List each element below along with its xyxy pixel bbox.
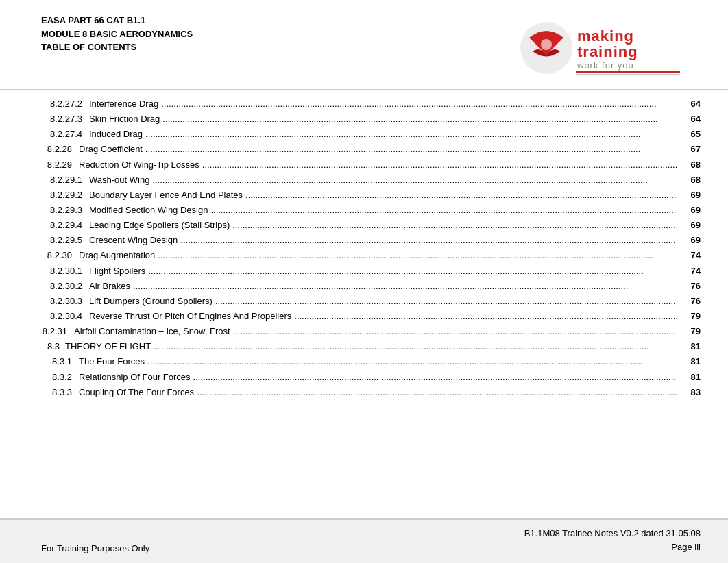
section-number: 8.2.29.2 bbox=[27, 188, 89, 202]
toc-dots: ........................................… bbox=[202, 158, 677, 172]
toc-dots: ........................................… bbox=[158, 249, 677, 262]
table-row: 8.3.2Relationship Of Four Forces........… bbox=[27, 371, 701, 384]
section-number: 8.3.3 bbox=[27, 386, 79, 399]
page-number: 74 bbox=[677, 249, 701, 262]
table-row: 8.2.29.2Boundary Layer Fence And End Pla… bbox=[27, 188, 701, 202]
toc-dots: ........................................… bbox=[233, 325, 677, 338]
section-title: Boundary Layer Fence And End Plates bbox=[89, 188, 245, 202]
section-title: Modified Section Wing Design bbox=[89, 203, 210, 217]
table-row: 8.2.29.3Modified Section Wing Design....… bbox=[27, 203, 701, 217]
section-title: Crescent Wing Design bbox=[89, 234, 180, 247]
toc-dots: ........................................… bbox=[148, 264, 677, 278]
toc-dots: ........................................… bbox=[152, 173, 677, 187]
table-row: 8.2.29Reduction Of Wing-Tip Losses......… bbox=[27, 158, 701, 172]
page-wrapper: EASA PART 66 CAT B1.1 MODULE 8 BASIC AER… bbox=[0, 0, 728, 563]
toc-dots: ........................................… bbox=[133, 279, 677, 293]
section-title: Wash-out Wing bbox=[89, 173, 152, 187]
section-title: Reverse Thrust Or Pitch Of Engines And P… bbox=[89, 310, 294, 323]
table-row: 8.3.1The Four Forces....................… bbox=[27, 355, 701, 368]
section-title: Air Brakes bbox=[89, 279, 133, 293]
section-number: 8.2.28 bbox=[27, 142, 79, 156]
section-title: Drag Augmentation bbox=[79, 249, 158, 262]
footer-page: Page iii bbox=[524, 540, 701, 554]
section-title: Coupling Of The Four Forces bbox=[79, 386, 197, 399]
table-row: 8.3THEORY OF FLIGHT.....................… bbox=[27, 340, 701, 353]
svg-text:work for you: work for you bbox=[577, 60, 634, 71]
section-title: Relationship Of Four Forces bbox=[79, 371, 193, 384]
section-number: 8.2.30.1 bbox=[27, 264, 89, 278]
page-number: 65 bbox=[677, 127, 701, 141]
section-number: 8.3.2 bbox=[27, 371, 79, 384]
table-row: 8.2.29.1Wash-out Wing...................… bbox=[27, 173, 701, 187]
toc-dots: ........................................… bbox=[147, 355, 677, 368]
table-row: 8.2.31Airfoil Contamination – Ice, Snow,… bbox=[27, 325, 701, 338]
toc-dots: ........................................… bbox=[193, 371, 677, 384]
section-title: Lift Dumpers (Ground Spoilers) bbox=[89, 295, 215, 308]
table-row: 8.2.27.2Interference Drag...............… bbox=[27, 97, 701, 111]
table-row: 8.2.30.1Flight Spoilers.................… bbox=[27, 264, 701, 278]
page-number: 69 bbox=[677, 203, 701, 217]
toc-dots: ........................................… bbox=[210, 203, 677, 217]
page-header: EASA PART 66 CAT B1.1 MODULE 8 BASIC AER… bbox=[0, 0, 728, 89]
section-number: 8.2.30.4 bbox=[27, 310, 89, 323]
section-number: 8.2.30.2 bbox=[27, 279, 89, 293]
page-number: 69 bbox=[677, 188, 701, 202]
section-number: 8.2.29.5 bbox=[27, 234, 89, 247]
section-title: The Four Forces bbox=[79, 355, 147, 368]
header-line3: TABLE OF CONTENTS bbox=[41, 40, 193, 54]
section-number: 8.3 bbox=[27, 340, 65, 353]
logo-area: making training work for you bbox=[509, 14, 701, 82]
toc-dots: ........................................… bbox=[145, 127, 677, 141]
header-line2: MODULE 8 BASIC AERODYNAMICS bbox=[41, 27, 193, 41]
table-row: 8.2.30.2Air Brakes......................… bbox=[27, 279, 701, 293]
page-footer: For Training Purposes Only B1.1M08 Train… bbox=[0, 519, 728, 563]
page-number: 81 bbox=[677, 355, 701, 368]
page-number: 79 bbox=[677, 310, 701, 323]
page-number: 68 bbox=[677, 173, 701, 187]
toc-dots: ........................................… bbox=[215, 295, 677, 308]
section-title: Flight Spoilers bbox=[89, 264, 148, 278]
page-number: 74 bbox=[677, 264, 701, 278]
table-row: 8.2.30Drag Augmentation.................… bbox=[27, 249, 701, 262]
section-number: 8.2.27.2 bbox=[27, 97, 89, 111]
table-row: 8.2.28Drag Coefficient..................… bbox=[27, 142, 701, 156]
page-number: 76 bbox=[677, 279, 701, 293]
toc-dots: ........................................… bbox=[162, 112, 677, 126]
page-number: 81 bbox=[677, 371, 701, 384]
page-number: 83 bbox=[677, 386, 701, 399]
page-number: 67 bbox=[677, 142, 701, 156]
section-title: Induced Drag bbox=[89, 127, 145, 141]
page-number: 69 bbox=[677, 234, 701, 247]
table-row: 8.2.27.3Skin Friction Drag..............… bbox=[27, 112, 701, 126]
toc-dots: ........................................… bbox=[161, 97, 677, 111]
header-line1: EASA PART 66 CAT B1.1 bbox=[41, 14, 193, 27]
toc-dots: ........................................… bbox=[294, 310, 677, 323]
page-number: 81 bbox=[677, 340, 701, 353]
section-number: 8.2.29 bbox=[27, 158, 79, 172]
page-number: 76 bbox=[677, 295, 701, 308]
table-row: 8.2.29.5Crescent Wing Design............… bbox=[27, 234, 701, 247]
section-title: Leading Edge Spoilers (Stall Strips) bbox=[89, 218, 232, 232]
toc-dots: ........................................… bbox=[145, 142, 677, 156]
footer-left-text: For Training Purposes Only bbox=[41, 543, 149, 553]
table-row: 8.3.3Coupling Of The Four Forces........… bbox=[27, 386, 701, 399]
section-number: 8.2.30.3 bbox=[27, 295, 89, 308]
page-number: 69 bbox=[677, 218, 701, 232]
header-text: EASA PART 66 CAT B1.1 MODULE 8 BASIC AER… bbox=[41, 14, 193, 54]
table-row: 8.2.29.4Leading Edge Spoilers (Stall Str… bbox=[27, 218, 701, 232]
toc-dots: ........................................… bbox=[232, 218, 677, 232]
section-number: 8.2.29.3 bbox=[27, 203, 89, 217]
section-title: Interference Drag bbox=[89, 97, 161, 111]
svg-text:making: making bbox=[577, 27, 634, 45]
section-number: 8.2.31 bbox=[27, 325, 74, 338]
company-logo: making training work for you bbox=[515, 17, 694, 79]
section-title: THEORY OF FLIGHT bbox=[65, 340, 154, 353]
section-title: Reduction Of Wing-Tip Losses bbox=[79, 158, 202, 172]
table-row: 8.2.27.4Induced Drag....................… bbox=[27, 127, 701, 141]
svg-text:training: training bbox=[577, 43, 638, 60]
table-row: 8.2.30.3Lift Dumpers (Ground Spoilers)..… bbox=[27, 295, 701, 308]
toc-dots: ........................................… bbox=[197, 386, 677, 399]
section-title: Airfoil Contamination – Ice, Snow, Frost bbox=[74, 325, 233, 338]
section-title: Skin Friction Drag bbox=[89, 112, 162, 126]
page-number: 64 bbox=[677, 112, 701, 126]
